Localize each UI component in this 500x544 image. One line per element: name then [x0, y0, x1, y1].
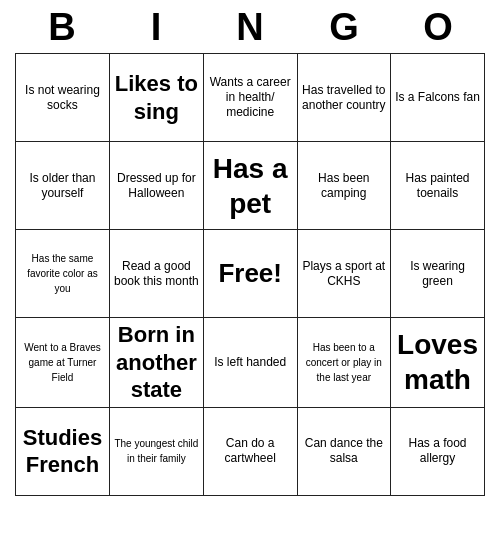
bingo-letter: G [304, 6, 384, 49]
bingo-cell-text: Has the same favorite color as you [27, 253, 98, 294]
bingo-cell-text: Read a good book this month [114, 259, 199, 288]
bingo-cell: Is older than yourself [16, 142, 110, 230]
bingo-cell-text: Loves math [397, 329, 478, 395]
bingo-cell: Has been to a concert or play in the las… [297, 318, 391, 408]
bingo-cell: Has been camping [297, 142, 391, 230]
bingo-cell: Is left handed [203, 318, 297, 408]
bingo-cell: Is wearing green [391, 230, 485, 318]
bingo-cell-text: Is wearing green [410, 259, 465, 288]
bingo-cell-text: Is older than yourself [29, 171, 95, 200]
bingo-cell-text: Has been camping [318, 171, 369, 200]
bingo-cell-text: Has a pet [213, 153, 288, 219]
bingo-cell: Studies French [16, 407, 110, 495]
bingo-letter: I [116, 6, 196, 49]
bingo-title: BINGO [15, 0, 485, 53]
bingo-cell: Is a Falcons fan [391, 54, 485, 142]
bingo-letter: O [398, 6, 478, 49]
bingo-cell: Has the same favorite color as you [16, 230, 110, 318]
bingo-cell-text: Is a Falcons fan [395, 90, 480, 104]
bingo-cell: Has a pet [203, 142, 297, 230]
bingo-cell-text: Can do a cartwheel [225, 436, 276, 465]
bingo-cell: Read a good book this month [109, 230, 203, 318]
bingo-cell: Is not wearing socks [16, 54, 110, 142]
bingo-letter: N [210, 6, 290, 49]
bingo-cell: Loves math [391, 318, 485, 408]
bingo-cell-text: Is left handed [214, 355, 286, 369]
bingo-cell: Has painted toenails [391, 142, 485, 230]
bingo-grid: Is not wearing socksLikes to singWants a… [15, 53, 485, 496]
bingo-cell-text: Has travelled to another country [302, 83, 385, 112]
bingo-cell-text: Likes to sing [115, 71, 198, 124]
bingo-letter: B [22, 6, 102, 49]
bingo-cell-text: Has a food allergy [409, 436, 467, 465]
bingo-cell: Born in another state [109, 318, 203, 408]
bingo-cell-text: Born in another state [116, 322, 197, 402]
bingo-cell: Dressed up for Halloween [109, 142, 203, 230]
bingo-cell-text: Wants a career in health/ medicine [210, 75, 291, 119]
bingo-cell: The youngest child in their family [109, 407, 203, 495]
bingo-cell-text: Dressed up for Halloween [117, 171, 196, 200]
bingo-cell-text: Is not wearing socks [25, 83, 100, 112]
bingo-cell-text: Plays a sport at CKHS [302, 259, 385, 288]
bingo-cell: Has travelled to another country [297, 54, 391, 142]
bingo-cell: Can dance the salsa [297, 407, 391, 495]
bingo-cell: Can do a cartwheel [203, 407, 297, 495]
bingo-cell: Wants a career in health/ medicine [203, 54, 297, 142]
bingo-cell-text: Has painted toenails [406, 171, 470, 200]
bingo-cell-text: Can dance the salsa [305, 436, 383, 465]
bingo-cell-text: The youngest child in their family [114, 438, 198, 464]
bingo-cell: Plays a sport at CKHS [297, 230, 391, 318]
bingo-cell: Likes to sing [109, 54, 203, 142]
bingo-cell-text: Went to a Braves game at Turner Field [24, 342, 101, 383]
bingo-cell-text: Has been to a concert or play in the las… [306, 342, 382, 383]
bingo-cell: Free! [203, 230, 297, 318]
bingo-cell-text: Studies French [23, 425, 102, 478]
bingo-cell: Has a food allergy [391, 407, 485, 495]
bingo-cell-text: Free! [218, 258, 282, 288]
bingo-cell: Went to a Braves game at Turner Field [16, 318, 110, 408]
